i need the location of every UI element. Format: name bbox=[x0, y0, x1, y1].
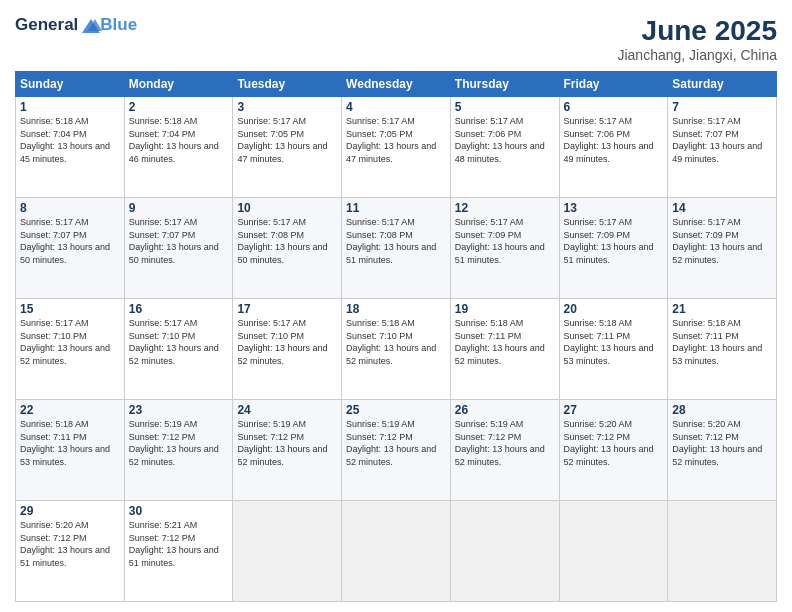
day-info: Sunrise: 5:17 AMSunset: 7:10 PMDaylight:… bbox=[129, 317, 229, 367]
day-info: Sunrise: 5:18 AMSunset: 7:11 PMDaylight:… bbox=[455, 317, 555, 367]
day-info: Sunrise: 5:18 AMSunset: 7:04 PMDaylight:… bbox=[20, 115, 120, 165]
table-cell: 5 Sunrise: 5:17 AMSunset: 7:06 PMDayligh… bbox=[450, 97, 559, 198]
day-number: 21 bbox=[672, 302, 772, 316]
header-monday: Monday bbox=[124, 72, 233, 97]
day-number: 27 bbox=[564, 403, 664, 417]
day-info: Sunrise: 5:17 AMSunset: 7:10 PMDaylight:… bbox=[237, 317, 337, 367]
day-info: Sunrise: 5:20 AMSunset: 7:12 PMDaylight:… bbox=[672, 418, 772, 468]
day-number: 12 bbox=[455, 201, 555, 215]
day-info: Sunrise: 5:17 AMSunset: 7:10 PMDaylight:… bbox=[20, 317, 120, 367]
weekday-header-row: Sunday Monday Tuesday Wednesday Thursday… bbox=[16, 72, 777, 97]
table-cell: 27 Sunrise: 5:20 AMSunset: 7:12 PMDaylig… bbox=[559, 400, 668, 501]
day-number: 23 bbox=[129, 403, 229, 417]
month-title: June 2025 bbox=[617, 15, 777, 47]
calendar-table: Sunday Monday Tuesday Wednesday Thursday… bbox=[15, 71, 777, 602]
table-cell: 29 Sunrise: 5:20 AMSunset: 7:12 PMDaylig… bbox=[16, 501, 125, 602]
location: Jianchang, Jiangxi, China bbox=[617, 47, 777, 63]
day-info: Sunrise: 5:19 AMSunset: 7:12 PMDaylight:… bbox=[237, 418, 337, 468]
table-cell: 10 Sunrise: 5:17 AMSunset: 7:08 PMDaylig… bbox=[233, 198, 342, 299]
day-number: 14 bbox=[672, 201, 772, 215]
day-info: Sunrise: 5:19 AMSunset: 7:12 PMDaylight:… bbox=[129, 418, 229, 468]
day-info: Sunrise: 5:18 AMSunset: 7:04 PMDaylight:… bbox=[129, 115, 229, 165]
day-number: 2 bbox=[129, 100, 229, 114]
table-cell: 8 Sunrise: 5:17 AMSunset: 7:07 PMDayligh… bbox=[16, 198, 125, 299]
day-info: Sunrise: 5:18 AMSunset: 7:11 PMDaylight:… bbox=[564, 317, 664, 367]
table-cell: 19 Sunrise: 5:18 AMSunset: 7:11 PMDaylig… bbox=[450, 299, 559, 400]
table-cell: 1 Sunrise: 5:18 AMSunset: 7:04 PMDayligh… bbox=[16, 97, 125, 198]
table-cell: 15 Sunrise: 5:17 AMSunset: 7:10 PMDaylig… bbox=[16, 299, 125, 400]
table-cell bbox=[450, 501, 559, 602]
table-cell: 12 Sunrise: 5:17 AMSunset: 7:09 PMDaylig… bbox=[450, 198, 559, 299]
day-info: Sunrise: 5:17 AMSunset: 7:07 PMDaylight:… bbox=[20, 216, 120, 266]
day-number: 11 bbox=[346, 201, 446, 215]
table-cell: 20 Sunrise: 5:18 AMSunset: 7:11 PMDaylig… bbox=[559, 299, 668, 400]
table-cell: 6 Sunrise: 5:17 AMSunset: 7:06 PMDayligh… bbox=[559, 97, 668, 198]
day-number: 17 bbox=[237, 302, 337, 316]
day-number: 28 bbox=[672, 403, 772, 417]
day-number: 19 bbox=[455, 302, 555, 316]
day-number: 26 bbox=[455, 403, 555, 417]
table-cell bbox=[668, 501, 777, 602]
day-info: Sunrise: 5:17 AMSunset: 7:09 PMDaylight:… bbox=[672, 216, 772, 266]
table-cell: 23 Sunrise: 5:19 AMSunset: 7:12 PMDaylig… bbox=[124, 400, 233, 501]
day-info: Sunrise: 5:17 AMSunset: 7:09 PMDaylight:… bbox=[455, 216, 555, 266]
day-info: Sunrise: 5:18 AMSunset: 7:11 PMDaylight:… bbox=[20, 418, 120, 468]
day-number: 30 bbox=[129, 504, 229, 518]
header-sunday: Sunday bbox=[16, 72, 125, 97]
day-number: 16 bbox=[129, 302, 229, 316]
day-info: Sunrise: 5:17 AMSunset: 7:09 PMDaylight:… bbox=[564, 216, 664, 266]
day-info: Sunrise: 5:20 AMSunset: 7:12 PMDaylight:… bbox=[20, 519, 120, 569]
table-cell: 13 Sunrise: 5:17 AMSunset: 7:09 PMDaylig… bbox=[559, 198, 668, 299]
day-info: Sunrise: 5:17 AMSunset: 7:06 PMDaylight:… bbox=[564, 115, 664, 165]
day-info: Sunrise: 5:17 AMSunset: 7:06 PMDaylight:… bbox=[455, 115, 555, 165]
day-info: Sunrise: 5:18 AMSunset: 7:11 PMDaylight:… bbox=[672, 317, 772, 367]
table-cell: 24 Sunrise: 5:19 AMSunset: 7:12 PMDaylig… bbox=[233, 400, 342, 501]
day-info: Sunrise: 5:20 AMSunset: 7:12 PMDaylight:… bbox=[564, 418, 664, 468]
logo-blue: Blue bbox=[100, 15, 137, 35]
day-info: Sunrise: 5:19 AMSunset: 7:12 PMDaylight:… bbox=[455, 418, 555, 468]
table-cell: 16 Sunrise: 5:17 AMSunset: 7:10 PMDaylig… bbox=[124, 299, 233, 400]
day-number: 4 bbox=[346, 100, 446, 114]
table-cell: 26 Sunrise: 5:19 AMSunset: 7:12 PMDaylig… bbox=[450, 400, 559, 501]
day-number: 5 bbox=[455, 100, 555, 114]
day-number: 18 bbox=[346, 302, 446, 316]
table-cell: 2 Sunrise: 5:18 AMSunset: 7:04 PMDayligh… bbox=[124, 97, 233, 198]
day-number: 15 bbox=[20, 302, 120, 316]
day-info: Sunrise: 5:17 AMSunset: 7:08 PMDaylight:… bbox=[346, 216, 446, 266]
day-info: Sunrise: 5:17 AMSunset: 7:05 PMDaylight:… bbox=[237, 115, 337, 165]
logo: General Blue bbox=[15, 15, 137, 35]
table-cell: 18 Sunrise: 5:18 AMSunset: 7:10 PMDaylig… bbox=[342, 299, 451, 400]
table-cell: 22 Sunrise: 5:18 AMSunset: 7:11 PMDaylig… bbox=[16, 400, 125, 501]
table-cell: 9 Sunrise: 5:17 AMSunset: 7:07 PMDayligh… bbox=[124, 198, 233, 299]
header-saturday: Saturday bbox=[668, 72, 777, 97]
table-cell: 4 Sunrise: 5:17 AMSunset: 7:05 PMDayligh… bbox=[342, 97, 451, 198]
title-block: June 2025 Jianchang, Jiangxi, China bbox=[617, 15, 777, 63]
day-number: 3 bbox=[237, 100, 337, 114]
table-cell bbox=[342, 501, 451, 602]
table-cell: 21 Sunrise: 5:18 AMSunset: 7:11 PMDaylig… bbox=[668, 299, 777, 400]
table-cell: 28 Sunrise: 5:20 AMSunset: 7:12 PMDaylig… bbox=[668, 400, 777, 501]
day-info: Sunrise: 5:17 AMSunset: 7:07 PMDaylight:… bbox=[129, 216, 229, 266]
day-info: Sunrise: 5:17 AMSunset: 7:07 PMDaylight:… bbox=[672, 115, 772, 165]
header-thursday: Thursday bbox=[450, 72, 559, 97]
header-wednesday: Wednesday bbox=[342, 72, 451, 97]
header-friday: Friday bbox=[559, 72, 668, 97]
logo-icon bbox=[80, 17, 102, 35]
day-info: Sunrise: 5:19 AMSunset: 7:12 PMDaylight:… bbox=[346, 418, 446, 468]
day-info: Sunrise: 5:17 AMSunset: 7:05 PMDaylight:… bbox=[346, 115, 446, 165]
day-number: 1 bbox=[20, 100, 120, 114]
table-cell bbox=[559, 501, 668, 602]
day-number: 29 bbox=[20, 504, 120, 518]
table-cell: 14 Sunrise: 5:17 AMSunset: 7:09 PMDaylig… bbox=[668, 198, 777, 299]
day-info: Sunrise: 5:21 AMSunset: 7:12 PMDaylight:… bbox=[129, 519, 229, 569]
day-number: 9 bbox=[129, 201, 229, 215]
page: General Blue June 2025 Jianchang, Jiangx… bbox=[0, 0, 792, 612]
day-info: Sunrise: 5:18 AMSunset: 7:10 PMDaylight:… bbox=[346, 317, 446, 367]
day-number: 8 bbox=[20, 201, 120, 215]
day-number: 10 bbox=[237, 201, 337, 215]
table-cell: 7 Sunrise: 5:17 AMSunset: 7:07 PMDayligh… bbox=[668, 97, 777, 198]
table-cell bbox=[233, 501, 342, 602]
table-cell: 25 Sunrise: 5:19 AMSunset: 7:12 PMDaylig… bbox=[342, 400, 451, 501]
table-cell: 3 Sunrise: 5:17 AMSunset: 7:05 PMDayligh… bbox=[233, 97, 342, 198]
day-info: Sunrise: 5:17 AMSunset: 7:08 PMDaylight:… bbox=[237, 216, 337, 266]
